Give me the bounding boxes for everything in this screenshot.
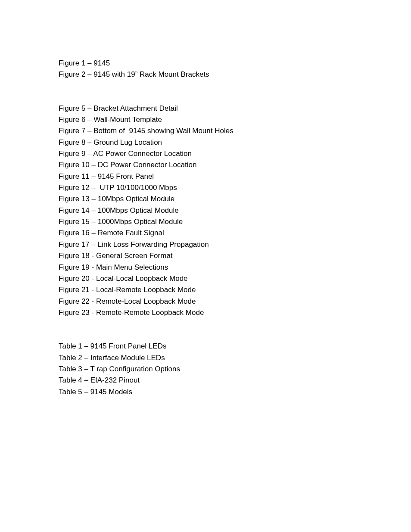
tables-list: Table 1 – 9145 Front Panel LEDs Table 2 … bbox=[59, 341, 411, 398]
figures-list-main: Figure 5 – Bracket Attachment Detail Fig… bbox=[59, 103, 411, 319]
list-item: Figure 18 - General Screen Format bbox=[59, 250, 411, 261]
list-item: Figure 5 – Bracket Attachment Detail bbox=[59, 103, 411, 114]
list-item: Table 1 – 9145 Front Panel LEDs bbox=[59, 341, 411, 352]
list-item: Figure 17 – Link Loss Forwarding Propaga… bbox=[59, 239, 411, 250]
list-item: Figure 1 – 9145 bbox=[59, 58, 411, 69]
list-item: Figure 10 – DC Power Connector Location bbox=[59, 159, 411, 171]
list-item: Figure 8 – Ground Lug Location bbox=[59, 137, 411, 148]
list-item: Figure 14 – 100Mbps Optical Module bbox=[59, 205, 411, 216]
list-item: Table 4 – EIA-232 Pinout bbox=[59, 375, 411, 386]
list-item: Table 5 – 9145 Models bbox=[59, 386, 411, 398]
list-item: Figure 16 – Remote Fault Signal bbox=[59, 227, 411, 239]
list-item: Figure 2 – 9145 with 19” Rack Mount Brac… bbox=[59, 69, 411, 80]
list-item: Table 3 – T rap Configuration Options bbox=[59, 364, 411, 375]
list-item: Figure 15 – 1000Mbps Optical Module bbox=[59, 216, 411, 227]
list-item: Figure 20 - Local-Local Loopback Mode bbox=[59, 273, 411, 284]
list-item: Figure 12 – UTP 10/100/1000 Mbps bbox=[59, 182, 411, 193]
list-item: Figure 19 - Main Menu Selections bbox=[59, 262, 411, 273]
list-item: Figure 13 – 10Mbps Optical Module bbox=[59, 193, 411, 205]
spacer bbox=[59, 318, 411, 341]
list-item: Figure 11 – 9145 Front Panel bbox=[59, 171, 411, 182]
list-item: Figure 6 – Wall-Mount Template bbox=[59, 114, 411, 125]
list-item: Table 2 – Interface Module LEDs bbox=[59, 352, 411, 364]
figures-list-top: Figure 1 – 9145 Figure 2 – 9145 with 19”… bbox=[59, 58, 411, 81]
list-item: Figure 7 – Bottom of 9145 showing Wall M… bbox=[59, 125, 411, 137]
spacer bbox=[59, 81, 411, 103]
list-item: Figure 22 - Remote-Local Loopback Mode bbox=[59, 296, 411, 307]
list-item: Figure 23 - Remote-Remote Loopback Mode bbox=[59, 307, 411, 318]
list-item: Figure 21 - Local-Remote Loopback Mode bbox=[59, 284, 411, 296]
list-item: Figure 9 – AC Power Connector Location bbox=[59, 148, 411, 159]
